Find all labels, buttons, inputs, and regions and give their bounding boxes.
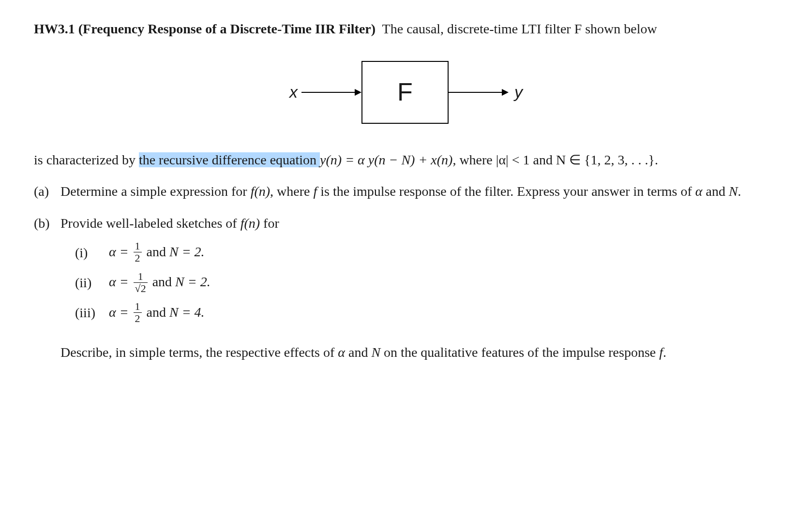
part-a-math3: α [695, 184, 703, 199]
arrow-right-icon [502, 89, 509, 96]
sub-iii-N: N = 4. [169, 305, 205, 320]
subpart-iii-label: (iii) [75, 301, 109, 324]
block-diagram: x F y [34, 59, 778, 126]
closing-2: and [345, 345, 371, 360]
part-a-text1: Determine a simple expression for [60, 184, 251, 199]
part-a: (a) Determine a simple expression for f(… [34, 182, 778, 202]
part-b-math1: f(n) [241, 216, 260, 231]
part-b-closing: Describe, in simple terms, the respectiv… [60, 343, 778, 363]
subpart-i: (i) α = 12 and N = 2. [75, 240, 778, 264]
sub-i-den: 2 [134, 252, 142, 264]
char-suffix: , [452, 152, 456, 167]
char-prefix: is characterized by [34, 152, 139, 167]
sub-iii-num: 1 [134, 301, 142, 312]
characterization-paragraph: is characterized by the recursive differ… [34, 150, 778, 170]
sub-iii-alpha: α = [109, 305, 132, 320]
closing-N: N [371, 345, 380, 360]
sub-ii-den: √2 [134, 282, 148, 294]
part-a-text5: . [738, 184, 741, 199]
sub-i-num: 1 [134, 241, 142, 252]
problem-header: HW3.1 (Frequency Response of a Discrete-… [34, 19, 778, 39]
part-b: (b) Provide well-labeled sketches of f(n… [34, 214, 778, 331]
sub-iii-den: 2 [134, 312, 142, 324]
filter-box: F [361, 61, 449, 124]
highlighted-text: the recursive difference equation [139, 152, 320, 167]
problem-number: HW3.1 [34, 21, 75, 36]
subpart-iii: (iii) α = 12 and N = 4. [75, 301, 778, 325]
part-a-text2: , where [270, 184, 313, 199]
part-b-label: (b) [34, 214, 60, 331]
arrow-right-icon [355, 89, 361, 96]
part-b-text2: for [260, 216, 279, 231]
sub-ii-alpha: α = [109, 274, 132, 289]
part-a-text4: and [702, 184, 728, 199]
input-arrow [301, 89, 361, 96]
closing-f: f [659, 345, 663, 360]
part-a-math1: f(n) [251, 184, 270, 199]
output-label: y [514, 80, 523, 104]
difference-equation: y(n) = α y(n − N) + x(n) [320, 152, 452, 167]
parts-list: (a) Determine a simple expression for f(… [34, 182, 778, 330]
sub-i-alpha: α = [109, 244, 132, 259]
subpart-ii-label: (ii) [75, 271, 109, 294]
where-clause: where |α| < 1 and N ∈ {1, 2, 3, . . .}. [459, 152, 658, 167]
subparts-list: (i) α = 12 and N = 2. (ii) α = 1√2 and N… [75, 240, 778, 324]
intro-text-content: The causal, discrete-time LTI filter F s… [382, 21, 657, 36]
subpart-i-label: (i) [75, 241, 109, 264]
sub-iii-frac: 12 [134, 301, 142, 324]
part-b-content: Provide well-labeled sketches of f(n) fo… [60, 214, 778, 331]
closing-3: on the qualitative features of the impul… [380, 345, 659, 360]
subpart-ii-content: α = 1√2 and N = 2. [109, 270, 211, 294]
problem-title: (Frequency Response of a Discrete-Time I… [78, 21, 376, 36]
sub-ii-N: N = 2. [175, 274, 211, 289]
sub-i-N: N = 2. [169, 244, 205, 259]
part-a-math4: N [729, 184, 738, 199]
part-a-content: Determine a simple expression for f(n), … [60, 182, 778, 202]
closing-1: Describe, in simple terms, the respectiv… [60, 345, 338, 360]
sub-ii-num: 1 [136, 271, 145, 282]
subpart-iii-content: α = 12 and N = 4. [109, 301, 205, 325]
sub-iii-and: and [143, 305, 169, 320]
part-b-text1: Provide well-labeled sketches of [60, 216, 241, 231]
closing-4: . [663, 345, 666, 360]
input-label: x [289, 80, 298, 104]
subpart-ii: (ii) α = 1√2 and N = 2. [75, 270, 778, 294]
sub-ii-and: and [149, 274, 175, 289]
closing-alpha: α [338, 345, 345, 360]
diagram-inner: x F y [289, 61, 523, 124]
sub-i-and: and [143, 244, 169, 259]
subpart-i-content: α = 12 and N = 2. [109, 240, 205, 264]
part-a-label: (a) [34, 182, 60, 202]
sub-ii-frac: 1√2 [134, 271, 148, 294]
output-arrow [449, 89, 509, 96]
part-a-text3: is the impulse response of the filter. E… [317, 184, 695, 199]
sub-i-frac: 12 [134, 241, 142, 264]
